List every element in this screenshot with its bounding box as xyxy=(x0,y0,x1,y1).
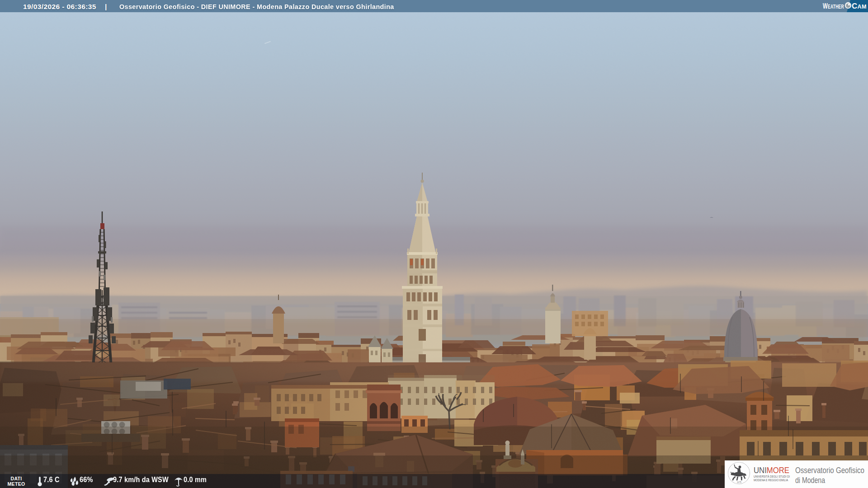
svg-text:1175: 1175 xyxy=(737,481,741,483)
svg-text:Osservatorio Geofisico: Osservatorio Geofisico xyxy=(795,466,864,475)
svg-text:UNIMORE: UNIMORE xyxy=(754,465,789,475)
svg-text:MODENA E REGGIO EMILIA: MODENA E REGGIO EMILIA xyxy=(754,478,788,482)
svg-text:CAM: CAM xyxy=(852,2,867,10)
svg-text:WEATHER: WEATHER xyxy=(823,2,844,10)
svg-text:di Modena: di Modena xyxy=(795,476,825,485)
